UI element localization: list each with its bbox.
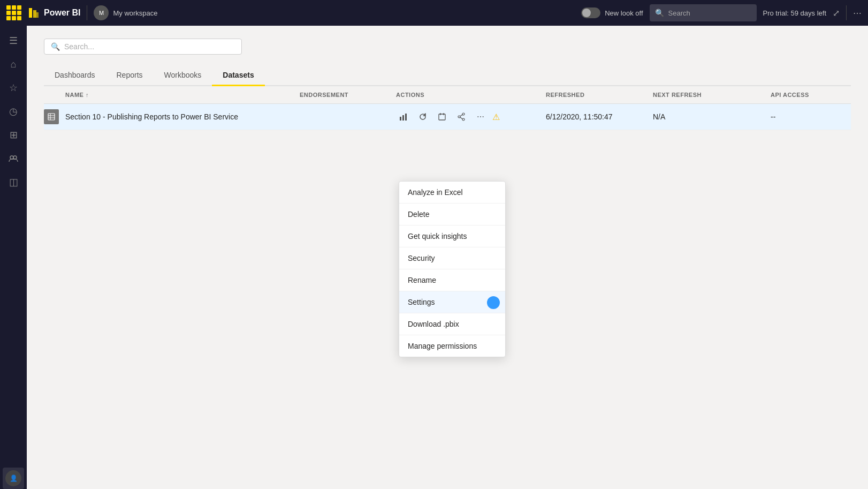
svg-rect-1	[33, 10, 36, 18]
tab-datasets[interactable]: Datasets	[212, 65, 264, 86]
col-name[interactable]: NAME ↑	[65, 92, 300, 98]
svg-rect-2	[36, 12, 39, 18]
sidebar: ☰ ⌂ ☆ ◷ ⊞ ◫ 👤	[0, 26, 27, 489]
actions-dropdown: Analyze in Excel Delete Get quick insigh…	[399, 181, 506, 357]
svg-rect-12	[439, 114, 445, 120]
app-logo: Power BI	[28, 7, 80, 19]
trial-badge: Pro trial: 59 days left	[763, 9, 827, 17]
dropdown-item-security[interactable]: Security	[399, 247, 505, 269]
apps-grid-icon[interactable]	[6, 5, 21, 20]
dropdown-item-manage-permissions[interactable]: Manage permissions	[399, 335, 505, 357]
tab-dashboards[interactable]: Dashboards	[44, 65, 106, 86]
tab-reports[interactable]: Reports	[106, 65, 154, 86]
sidebar-item-apps[interactable]: ⊞	[3, 124, 24, 146]
table-row[interactable]: Section 10 - Publishing Reports to Power…	[44, 104, 851, 130]
svg-point-3	[10, 156, 13, 159]
sidebar-item-profile[interactable]: 👤	[3, 468, 24, 489]
col-actions: ACTIONS	[396, 92, 546, 98]
content-search-input[interactable]	[64, 42, 235, 51]
workspace-avatar: M	[94, 5, 109, 20]
nav-divider-2	[846, 5, 847, 20]
refresh-button[interactable]	[415, 109, 430, 124]
row-api-access: --	[771, 112, 851, 121]
dropdown-item-download[interactable]: Download .pbix	[399, 313, 505, 335]
analyze-chart-button[interactable]	[396, 109, 411, 124]
main-content: 🔍 Dashboards Reports Workbooks Datasets …	[27, 26, 868, 489]
dropdown-item-settings[interactable]: Settings	[399, 291, 505, 313]
tab-bar: Dashboards Reports Workbooks Datasets	[44, 65, 851, 86]
sidebar-item-recent[interactable]: ◷	[3, 101, 24, 122]
search-icon: 🔍	[655, 9, 664, 17]
col-next-refresh: NEXT REFRESH	[653, 92, 771, 98]
sidebar-item-shared[interactable]	[3, 148, 24, 169]
svg-rect-0	[29, 8, 32, 18]
new-look-toggle[interactable]: New look off	[581, 7, 643, 18]
row-icon-cell	[44, 109, 65, 124]
search-input[interactable]	[668, 9, 743, 17]
workspace-name: My workspace	[113, 9, 157, 17]
new-look-switch[interactable]	[581, 7, 600, 18]
sidebar-item-hamburger[interactable]: ☰	[3, 30, 24, 51]
workspace-selector[interactable]: M My workspace	[94, 5, 157, 20]
sidebar-item-favorites[interactable]: ☆	[3, 77, 24, 99]
svg-rect-11	[405, 114, 407, 121]
row-next-refresh: N/A	[653, 112, 771, 121]
shared-icon	[9, 154, 18, 163]
svg-rect-9	[400, 117, 401, 121]
svg-point-16	[458, 116, 460, 118]
share-button[interactable]	[454, 109, 469, 124]
sidebar-item-metrics[interactable]: ◫	[3, 171, 24, 193]
row-refreshed: 6/12/2020, 11:50:47	[546, 112, 653, 121]
datasets-table: NAME ↑ ENDORSEMENT ACTIONS REFRESHED NEX…	[44, 86, 851, 130]
col-api-access: API ACCESS	[771, 92, 851, 98]
dropdown-item-analyze-excel[interactable]: Analyze in Excel	[399, 182, 505, 204]
dropdown-item-delete[interactable]: Delete	[399, 204, 505, 225]
expand-icon[interactable]: ⤢	[833, 8, 840, 18]
svg-rect-5	[48, 114, 55, 120]
powerbi-logo-icon	[28, 7, 40, 19]
user-avatar: 👤	[5, 470, 21, 486]
dropdown-item-quick-insights[interactable]: Get quick insights	[399, 225, 505, 247]
svg-point-15	[462, 113, 465, 115]
content-search-icon: 🔍	[51, 42, 60, 51]
svg-line-19	[460, 117, 462, 119]
content-search-bar[interactable]: 🔍	[44, 39, 242, 55]
svg-point-17	[462, 118, 465, 121]
top-navigation: Power BI M My workspace New look off 🔍 P…	[0, 0, 868, 26]
schedule-button[interactable]	[435, 109, 450, 124]
col-endorsement: ENDORSEMENT	[300, 92, 396, 98]
global-search[interactable]: 🔍	[650, 4, 757, 21]
table-header-row: NAME ↑ ENDORSEMENT ACTIONS REFRESHED NEX…	[44, 86, 851, 104]
row-actions-cell: ⋯ ⚠	[396, 109, 546, 124]
row-name[interactable]: Section 10 - Publishing Reports to Power…	[65, 112, 300, 121]
dataset-icon	[44, 109, 59, 124]
tab-workbooks[interactable]: Workbooks	[154, 65, 212, 86]
app-name: Power BI	[44, 8, 80, 18]
svg-line-18	[460, 115, 462, 116]
more-options-icon[interactable]: ⋯	[853, 8, 862, 18]
svg-rect-10	[402, 115, 404, 121]
warning-icon: ⚠	[492, 112, 500, 122]
nav-divider	[87, 5, 87, 20]
dropdown-item-rename[interactable]: Rename	[399, 269, 505, 291]
col-refreshed: REFRESHED	[546, 92, 653, 98]
new-look-label: New look off	[605, 9, 643, 17]
more-actions-button[interactable]: ⋯	[473, 109, 488, 124]
svg-point-4	[13, 156, 17, 159]
sidebar-item-home[interactable]: ⌂	[3, 54, 24, 75]
row-actions: ⋯ ⚠	[396, 109, 546, 124]
